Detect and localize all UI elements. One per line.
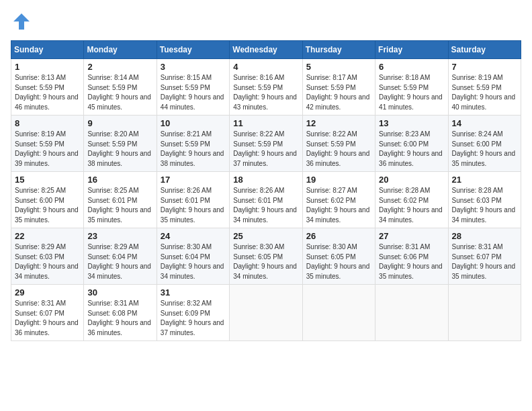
sunrise-label: Sunrise: 8:30 AM: [233, 243, 284, 250]
calendar-cell: 30 Sunrise: 8:31 AM Sunset: 6:08 PM Dayl…: [84, 285, 157, 341]
calendar-cell: [230, 285, 302, 341]
calendar-cell: 17 Sunrise: 8:26 AM Sunset: 6:01 PM Dayl…: [157, 172, 229, 228]
daylight-label: Daylight: 9 hours and 41 minutes.: [379, 93, 443, 111]
sunset-label: Sunset: 5:59 PM: [161, 140, 210, 148]
daylight-label: Daylight: 9 hours and 34 minutes.: [379, 206, 443, 224]
day-info: Sunrise: 8:29 AM Sunset: 6:04 PM Dayligh…: [87, 242, 152, 281]
sunset-label: Sunset: 5:59 PM: [233, 140, 283, 148]
daylight-label: Daylight: 9 hours and 35 minutes.: [306, 263, 370, 280]
sunset-label: Sunset: 6:07 PM: [452, 253, 502, 261]
calendar-week-1: 1 Sunrise: 8:13 AM Sunset: 5:59 PM Dayli…: [11, 59, 521, 116]
daylight-label: Daylight: 9 hours and 34 minutes.: [15, 263, 79, 280]
calendar-cell: 13 Sunrise: 8:23 AM Sunset: 6:00 PM Dayl…: [375, 116, 448, 172]
calendar-cell: 1 Sunrise: 8:13 AM Sunset: 5:59 PM Dayli…: [11, 59, 84, 116]
daylight-label: Daylight: 9 hours and 34 minutes.: [233, 206, 297, 224]
calendar-cell: 4 Sunrise: 8:16 AM Sunset: 5:59 PM Dayli…: [230, 59, 302, 116]
daylight-label: Daylight: 9 hours and 36 minutes.: [87, 319, 151, 336]
sunrise-label: Sunrise: 8:23 AM: [379, 130, 430, 138]
calendar-week-3: 15 Sunrise: 8:25 AM Sunset: 6:00 PM Dayl…: [11, 172, 521, 228]
sunset-label: Sunset: 6:01 PM: [161, 197, 210, 204]
sunrise-label: Sunrise: 8:28 AM: [379, 187, 430, 194]
sunset-label: Sunset: 6:01 PM: [87, 197, 137, 204]
day-info: Sunrise: 8:30 AM Sunset: 6:04 PM Dayligh…: [161, 242, 226, 281]
day-number: 13: [379, 118, 444, 128]
day-number: 22: [15, 231, 80, 241]
weekday-header-sunday: Sunday: [11, 41, 84, 59]
calendar-cell: 21 Sunrise: 8:28 AM Sunset: 6:03 PM Dayl…: [448, 172, 521, 228]
day-info: Sunrise: 8:20 AM Sunset: 5:59 PM Dayligh…: [87, 130, 152, 169]
day-info: Sunrise: 8:18 AM Sunset: 5:59 PM Dayligh…: [379, 73, 444, 112]
sunrise-label: Sunrise: 8:24 AM: [452, 130, 503, 138]
day-info: Sunrise: 8:31 AM Sunset: 6:07 PM Dayligh…: [452, 242, 517, 281]
day-info: Sunrise: 8:31 AM Sunset: 6:06 PM Dayligh…: [379, 242, 444, 281]
daylight-label: Daylight: 9 hours and 42 minutes.: [306, 93, 370, 111]
calendar-cell: 25 Sunrise: 8:30 AM Sunset: 6:05 PM Dayl…: [230, 228, 302, 285]
sunset-label: Sunset: 5:59 PM: [306, 84, 356, 91]
calendar-cell: 3 Sunrise: 8:15 AM Sunset: 5:59 PM Dayli…: [157, 59, 229, 116]
sunset-label: Sunset: 5:59 PM: [87, 140, 137, 148]
day-number: 6: [379, 62, 444, 72]
sunrise-label: Sunrise: 8:27 AM: [306, 187, 357, 194]
day-number: 7: [452, 62, 517, 72]
calendar-cell: 28 Sunrise: 8:31 AM Sunset: 6:07 PM Dayl…: [448, 228, 521, 285]
calendar-cell: 6 Sunrise: 8:18 AM Sunset: 5:59 PM Dayli…: [375, 59, 448, 116]
weekday-header-thursday: Thursday: [302, 41, 375, 59]
sunset-label: Sunset: 6:06 PM: [379, 253, 429, 261]
daylight-label: Daylight: 9 hours and 36 minutes.: [306, 150, 370, 167]
svg-marker-0: [13, 13, 30, 30]
day-number: 29: [15, 287, 80, 298]
day-number: 31: [161, 287, 226, 298]
sunrise-label: Sunrise: 8:31 AM: [379, 243, 430, 250]
calendar-cell: 29 Sunrise: 8:31 AM Sunset: 6:07 PM Dayl…: [11, 285, 84, 341]
day-info: Sunrise: 8:19 AM Sunset: 5:59 PM Dayligh…: [452, 73, 517, 112]
calendar-week-2: 8 Sunrise: 8:19 AM Sunset: 5:59 PM Dayli…: [11, 116, 521, 172]
day-info: Sunrise: 8:30 AM Sunset: 6:05 PM Dayligh…: [306, 242, 371, 281]
day-number: 9: [87, 118, 152, 128]
calendar-cell: 31 Sunrise: 8:32 AM Sunset: 6:09 PM Dayl…: [157, 285, 229, 341]
sunset-label: Sunset: 6:09 PM: [161, 310, 210, 317]
day-number: 11: [233, 118, 298, 128]
calendar-cell: 7 Sunrise: 8:19 AM Sunset: 5:59 PM Dayli…: [448, 59, 521, 116]
day-info: Sunrise: 8:23 AM Sunset: 6:00 PM Dayligh…: [379, 130, 444, 169]
day-info: Sunrise: 8:14 AM Sunset: 5:59 PM Dayligh…: [87, 73, 152, 112]
day-info: Sunrise: 8:22 AM Sunset: 5:59 PM Dayligh…: [306, 130, 371, 169]
calendar-cell: 24 Sunrise: 8:30 AM Sunset: 6:04 PM Dayl…: [157, 228, 229, 285]
calendar-cell: 8 Sunrise: 8:19 AM Sunset: 5:59 PM Dayli…: [11, 116, 84, 172]
sunrise-label: Sunrise: 8:31 AM: [452, 243, 503, 250]
calendar-cell: 5 Sunrise: 8:17 AM Sunset: 5:59 PM Dayli…: [302, 59, 375, 116]
sunset-label: Sunset: 6:00 PM: [452, 140, 502, 148]
day-number: 4: [233, 62, 298, 72]
sunrise-label: Sunrise: 8:30 AM: [306, 243, 357, 250]
weekday-header-friday: Friday: [375, 41, 448, 59]
sunrise-label: Sunrise: 8:26 AM: [161, 187, 212, 194]
sunrise-label: Sunrise: 8:13 AM: [15, 74, 66, 81]
day-info: Sunrise: 8:13 AM Sunset: 5:59 PM Dayligh…: [15, 73, 80, 112]
day-info: Sunrise: 8:26 AM Sunset: 6:01 PM Dayligh…: [161, 186, 226, 225]
day-number: 2: [87, 62, 152, 72]
day-info: Sunrise: 8:31 AM Sunset: 6:07 PM Dayligh…: [15, 299, 80, 338]
daylight-label: Daylight: 9 hours and 39 minutes.: [15, 150, 79, 167]
sunset-label: Sunset: 5:59 PM: [161, 84, 210, 91]
day-number: 3: [161, 62, 226, 72]
calendar-cell: 18 Sunrise: 8:26 AM Sunset: 6:01 PM Dayl…: [230, 172, 302, 228]
calendar-cell: 2 Sunrise: 8:14 AM Sunset: 5:59 PM Dayli…: [84, 59, 157, 116]
day-number: 23: [87, 231, 152, 241]
sunrise-label: Sunrise: 8:30 AM: [161, 243, 212, 250]
calendar-cell: 20 Sunrise: 8:28 AM Sunset: 6:02 PM Dayl…: [375, 172, 448, 228]
daylight-label: Daylight: 9 hours and 34 minutes.: [161, 263, 224, 280]
sunrise-label: Sunrise: 8:29 AM: [87, 243, 138, 250]
sunset-label: Sunset: 6:02 PM: [306, 197, 356, 204]
daylight-label: Daylight: 9 hours and 36 minutes.: [15, 319, 79, 336]
weekday-header-monday: Monday: [84, 41, 157, 59]
sunrise-label: Sunrise: 8:19 AM: [15, 130, 66, 138]
day-info: Sunrise: 8:30 AM Sunset: 6:05 PM Dayligh…: [233, 242, 298, 281]
daylight-label: Daylight: 9 hours and 34 minutes.: [233, 263, 297, 280]
day-info: Sunrise: 8:26 AM Sunset: 6:01 PM Dayligh…: [233, 186, 298, 225]
sunrise-label: Sunrise: 8:22 AM: [233, 130, 284, 138]
calendar-cell: 19 Sunrise: 8:27 AM Sunset: 6:02 PM Dayl…: [302, 172, 375, 228]
daylight-label: Daylight: 9 hours and 38 minutes.: [161, 150, 224, 167]
sunset-label: Sunset: 6:01 PM: [233, 197, 283, 204]
calendar-cell: 27 Sunrise: 8:31 AM Sunset: 6:06 PM Dayl…: [375, 228, 448, 285]
calendar-cell: 23 Sunrise: 8:29 AM Sunset: 6:04 PM Dayl…: [84, 228, 157, 285]
day-number: 1: [15, 62, 80, 72]
